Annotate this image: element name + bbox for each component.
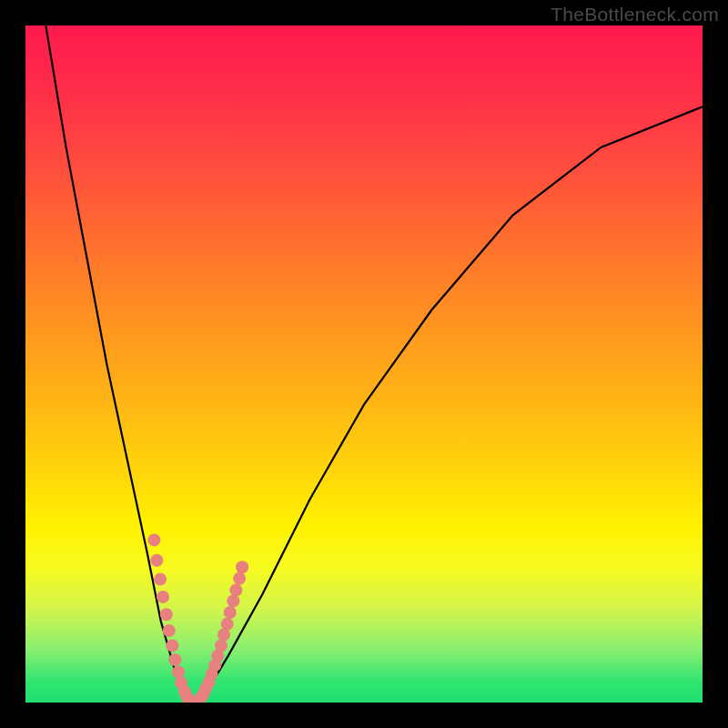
marker-point bbox=[229, 584, 242, 597]
watermark-text: TheBottleneck.com bbox=[551, 4, 719, 25]
marker-point bbox=[172, 666, 185, 679]
marker-point bbox=[215, 640, 228, 652]
marker-point bbox=[163, 624, 176, 637]
marker-point bbox=[147, 533, 160, 546]
marker-point bbox=[224, 606, 237, 619]
marker-group bbox=[147, 533, 248, 703]
marker-point bbox=[166, 640, 178, 652]
marker-point bbox=[168, 653, 181, 666]
plot-area bbox=[25, 25, 703, 703]
marker-point bbox=[227, 594, 239, 607]
marker-point bbox=[233, 572, 246, 585]
marker-point bbox=[221, 618, 234, 631]
bottleneck-curve bbox=[46, 25, 703, 703]
marker-point bbox=[236, 561, 248, 573]
marker-point bbox=[217, 629, 230, 642]
marker-point bbox=[150, 554, 163, 567]
marker-point bbox=[154, 573, 167, 586]
marker-point bbox=[157, 591, 169, 603]
marker-point bbox=[160, 608, 173, 621]
curve-layer bbox=[25, 25, 703, 703]
chart-frame: TheBottleneck.com bbox=[0, 0, 728, 728]
